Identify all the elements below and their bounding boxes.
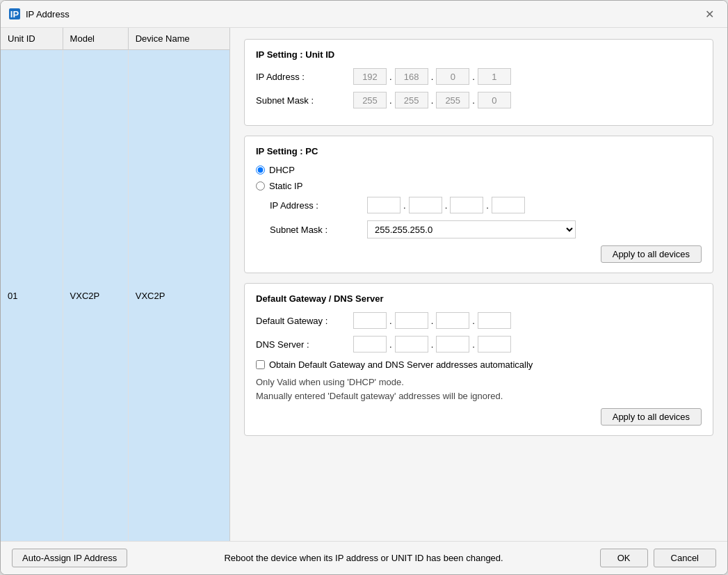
gateway-ip-group: . . . xyxy=(353,312,511,329)
gateway-octet-2[interactable] xyxy=(395,312,428,329)
static-ip-radio[interactable] xyxy=(256,181,265,191)
unit-subnet-row: Subnet Mask : . . . xyxy=(256,92,702,108)
default-gateway-label: Default Gateway : xyxy=(256,316,353,326)
table-row[interactable]: 01 VXC2P VXC2P xyxy=(1,50,229,542)
unit-ip-address-row: IP Address : . . . xyxy=(256,68,702,85)
ip-setting-unit-title: IP Setting : Unit ID xyxy=(256,49,702,60)
pc-subnet-row: Subnet Mask : 255.255.255.0 255.255.0.0 … xyxy=(270,220,702,238)
dialog-body: Unit ID Model Device Name 01 VXC2P VXC2P xyxy=(1,28,727,541)
gateway-octet-3[interactable] xyxy=(436,312,469,329)
pc-ip-octet-3[interactable] xyxy=(450,197,483,213)
pc-apply-button[interactable]: Apply to all devices xyxy=(601,245,702,263)
dhcp-radio-row: DHCP xyxy=(256,165,702,175)
dialog-footer: Auto-Assign IP Address Reboot the device… xyxy=(1,541,727,574)
pc-ip-address-row: IP Address : . . . xyxy=(270,197,702,213)
unit-ip-octet-4[interactable] xyxy=(478,68,511,85)
footer-note: Reboot the device when its IP address or… xyxy=(127,553,599,563)
unit-subnet-octet-2[interactable] xyxy=(395,92,428,108)
dialog-icon: IP xyxy=(9,8,20,19)
subnet-mask-select[interactable]: 255.255.255.0 255.255.0.0 255.0.0.0 xyxy=(367,220,576,238)
col-device-name: Device Name xyxy=(128,28,229,50)
unit-ip-octet-1[interactable] xyxy=(353,68,387,85)
unit-subnet-octet-1[interactable] xyxy=(353,92,387,108)
unit-subnet-label: Subnet Mask : xyxy=(256,95,353,106)
static-ip-label[interactable]: Static IP xyxy=(269,181,302,191)
pc-ip-octet-4[interactable] xyxy=(492,197,525,213)
ip-setting-unit-section: IP Setting : Unit ID IP Address : . . . … xyxy=(244,39,713,126)
pc-ip-octet-2[interactable] xyxy=(409,197,442,213)
static-ip-radio-row: Static IP xyxy=(256,181,702,191)
note-text: Only Valid when using 'DHCP' mode. Manua… xyxy=(256,375,702,403)
cell-model: VXC2P xyxy=(63,50,128,542)
icon-text: IP xyxy=(10,9,19,19)
dns-ip-group: . . . xyxy=(353,336,511,353)
pc-subnet-label: Subnet Mask : xyxy=(270,225,367,235)
settings-panel: IP Setting : Unit ID IP Address : . . . … xyxy=(230,28,727,541)
pc-ip-group: . . . xyxy=(367,197,525,213)
gateway-octet-1[interactable] xyxy=(353,312,387,329)
note-line-2: Manually entered 'Default gateway' addre… xyxy=(256,389,702,403)
pc-ip-octet-1[interactable] xyxy=(367,197,401,213)
unit-ip-label: IP Address : xyxy=(256,72,353,82)
close-button[interactable]: ✕ xyxy=(699,6,719,22)
cell-unit-id: 01 xyxy=(1,50,63,542)
dns-server-label: DNS Server : xyxy=(256,339,353,350)
dialog-title: IP Address xyxy=(26,9,694,19)
device-table: Unit ID Model Device Name 01 VXC2P VXC2P xyxy=(1,28,229,541)
title-bar: IP IP Address ✕ xyxy=(1,1,727,28)
col-model: Model xyxy=(63,28,128,50)
ok-button[interactable]: OK xyxy=(600,549,648,567)
pc-ip-label: IP Address : xyxy=(270,200,367,211)
device-list-panel: Unit ID Model Device Name 01 VXC2P VXC2P xyxy=(1,28,230,541)
gateway-section: Default Gateway / DNS Server Default Gat… xyxy=(244,283,713,436)
cancel-button[interactable]: Cancel xyxy=(654,549,716,567)
dhcp-label[interactable]: DHCP xyxy=(269,165,295,175)
ip-setting-pc-title: IP Setting : PC xyxy=(256,146,702,156)
obtain-auto-label[interactable]: Obtain Default Gateway and DNS Server ad… xyxy=(269,359,533,370)
ip-address-dialog: IP IP Address ✕ Unit ID Model Device Nam… xyxy=(0,0,728,575)
unit-ip-group: . . . xyxy=(353,68,511,85)
note-line-1: Only Valid when using 'DHCP' mode. xyxy=(256,375,702,389)
footer-actions: OK Cancel xyxy=(600,549,716,567)
unit-subnet-group: . . . xyxy=(353,92,511,108)
dhcp-radio[interactable] xyxy=(256,165,265,175)
cell-device-name: VXC2P xyxy=(128,50,229,542)
dns-octet-4[interactable] xyxy=(478,336,511,353)
col-unit-id: Unit ID xyxy=(1,28,63,50)
obtain-auto-checkbox[interactable] xyxy=(256,360,265,369)
gateway-section-title: Default Gateway / DNS Server xyxy=(256,293,702,304)
auto-assign-button[interactable]: Auto-Assign IP Address xyxy=(12,549,127,567)
ip-setting-pc-section: IP Setting : PC DHCP Static IP IP Addres… xyxy=(244,136,713,273)
dns-octet-2[interactable] xyxy=(395,336,428,353)
unit-subnet-octet-4[interactable] xyxy=(478,92,511,108)
unit-subnet-octet-3[interactable] xyxy=(436,92,469,108)
dns-octet-3[interactable] xyxy=(436,336,469,353)
gateway-octet-4[interactable] xyxy=(478,312,511,329)
unit-ip-octet-3[interactable] xyxy=(436,68,469,85)
dns-server-row: DNS Server : . . . xyxy=(256,336,702,353)
default-gateway-row: Default Gateway : . . . xyxy=(256,312,702,329)
obtain-auto-checkbox-row: Obtain Default Gateway and DNS Server ad… xyxy=(256,359,702,370)
gateway-apply-button[interactable]: Apply to all devices xyxy=(601,408,702,426)
dns-octet-1[interactable] xyxy=(353,336,387,353)
unit-ip-octet-2[interactable] xyxy=(395,68,428,85)
